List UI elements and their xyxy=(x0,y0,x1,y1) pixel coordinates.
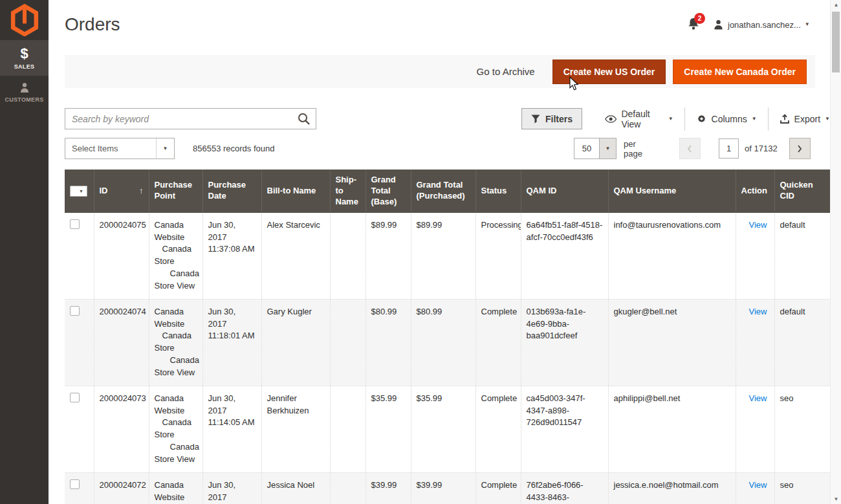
qam-id-cell: 013b693a-fa1e-4e69-9bba-baa901dcfeef xyxy=(521,299,608,386)
column-header-qam-username[interactable]: QAM Username xyxy=(608,170,736,213)
bill-to-name-cell: Gary Kugler xyxy=(261,299,330,386)
ship-to-name-cell xyxy=(330,472,366,504)
qam-username-cell: gkugler@bell.net xyxy=(608,299,736,386)
chevron-right-icon xyxy=(796,144,803,153)
row-checkbox[interactable] xyxy=(70,393,80,402)
mass-action-label: Select Items xyxy=(65,144,156,153)
create-new-us-order-button[interactable]: Create New US Order xyxy=(552,60,666,84)
current-page-input[interactable] xyxy=(719,138,739,159)
sidebar-item-label: SALES xyxy=(14,63,35,70)
grid-view-toolbar: Filters Default View ▼ Columns ▼ xyxy=(521,107,841,130)
view-order-link[interactable]: View xyxy=(741,220,767,230)
column-header-id[interactable]: ID ↑ xyxy=(94,170,149,213)
per-page-select[interactable]: 50 ▼ xyxy=(574,138,617,159)
table-row: 2000024075Canada WebsiteCanada StoreCana… xyxy=(65,213,830,300)
per-page-label: per page xyxy=(624,139,655,159)
view-selector-label: Default View xyxy=(621,109,663,129)
row-select-cell xyxy=(65,299,94,386)
view-order-link[interactable]: View xyxy=(741,307,767,316)
order-id-cell: 2000024075 xyxy=(94,213,149,300)
username-label: jonathan.sanchez... xyxy=(728,20,801,30)
select-all-checkbox[interactable]: ▼ xyxy=(70,186,87,197)
bill-to-name-cell: Alex Starcevic xyxy=(261,213,330,300)
purchase-point-cell: Canada WebsiteCanada StoreCanada Store V… xyxy=(149,213,202,300)
view-order-link[interactable]: View xyxy=(741,480,767,490)
magento-logo-icon[interactable] xyxy=(0,0,49,40)
quicken-cid-cell: default xyxy=(774,213,830,300)
header-actions: 2 jonathan.sanchez... ▼ xyxy=(687,17,810,32)
purchase-date-line: 11:37:08 AM xyxy=(208,243,256,256)
column-header-bill-to-name[interactable]: Bill-to Name xyxy=(261,170,330,213)
purchase-point-line: Canada Website xyxy=(155,306,197,331)
next-page-button[interactable] xyxy=(789,138,811,159)
view-selector[interactable]: Default View ▼ xyxy=(594,108,684,129)
grand-total-purchased-cell: $39.99 xyxy=(411,472,475,504)
table-row: 2000024074Canada WebsiteCanada StoreCana… xyxy=(65,299,830,386)
purchase-point-line: Canada Website xyxy=(155,479,197,504)
user-icon xyxy=(713,19,724,30)
records-found-label: 856553 records found xyxy=(193,144,274,153)
action-cell: View xyxy=(736,213,774,300)
scrollbar-up-icon[interactable]: ▲ xyxy=(831,0,841,10)
column-header-action[interactable]: Action xyxy=(736,170,774,213)
mass-action-select[interactable]: Select Items ▼ xyxy=(65,138,175,159)
purchase-point-cell: Canada WebsiteCanada StoreCanada Store V… xyxy=(149,386,202,472)
pagination-controls: 50 ▼ per page of 17132 xyxy=(574,138,811,159)
purchase-date-cell: Jun 30, 201711:14:05 AM xyxy=(202,386,261,472)
column-header-grand-total-base[interactable]: Grand Total (Base) xyxy=(366,170,411,213)
notifications-button[interactable]: 2 xyxy=(687,17,704,32)
view-order-link[interactable]: View xyxy=(741,393,767,403)
go-to-archive-link[interactable]: Go to Archive xyxy=(477,66,535,77)
grand-total-purchased-cell: $89.99 xyxy=(411,213,475,300)
bill-to-name-cell: Jessica Noel xyxy=(261,472,330,504)
admin-user-menu[interactable]: jonathan.sanchez... ▼ xyxy=(713,19,810,30)
search-input[interactable] xyxy=(65,108,316,129)
previous-page-button[interactable] xyxy=(679,138,701,159)
column-header-purchase-date[interactable]: Purchase Date xyxy=(202,170,261,213)
vertical-scrollbar[interactable]: ▲ ▼ xyxy=(830,0,841,504)
per-page-value: 50 xyxy=(574,138,599,159)
table-row: 2000024072Canada WebsiteCanada StoreCana… xyxy=(65,472,830,504)
column-header-purchase-point[interactable]: Purchase Point xyxy=(149,170,202,213)
orders-page: $ SALES CUSTOMERS Orders 2 xyxy=(0,0,841,504)
column-header-status[interactable]: Status xyxy=(475,170,521,213)
column-header-grand-total-purchased[interactable]: Grand Total (Purchased) xyxy=(411,170,475,213)
orders-table: ▼ ID ↑ Purchase Point Purchase Date Bill… xyxy=(65,170,831,504)
bill-to-name-cell: Jennifer Berkhuizen xyxy=(261,386,330,472)
purchase-date-line: 11:14:05 AM xyxy=(208,417,256,429)
purchase-date-line: 11:18:01 AM xyxy=(208,330,256,342)
purchase-date-line: Jun 30, 2017 xyxy=(208,219,256,244)
row-checkbox[interactable] xyxy=(70,479,80,489)
sidebar-item-label: CUSTOMERS xyxy=(5,96,43,103)
column-header-quicken-cid[interactable]: Quicken CID xyxy=(774,170,830,213)
purchase-date-line: Jun 30, 2017 xyxy=(208,479,256,504)
create-new-canada-order-button[interactable]: Create New Canada Order xyxy=(673,60,807,84)
row-checkbox[interactable] xyxy=(70,219,80,229)
status-cell: Processing xyxy=(475,213,521,300)
filters-button[interactable]: Filters xyxy=(521,108,582,129)
status-cell: Complete xyxy=(475,386,521,472)
grand-total-base-cell: $80.99 xyxy=(366,299,411,386)
search-icon xyxy=(297,112,311,126)
sidebar-item-sales[interactable]: $ SALES xyxy=(0,40,49,76)
quicken-cid-cell: seo xyxy=(774,472,830,504)
sidebar: $ SALES CUSTOMERS xyxy=(0,0,49,504)
purchase-date-cell: Jun 30, 201711:18:01 AM xyxy=(202,299,261,386)
qam-username-cell: jessica.e.noel@hotmail.com xyxy=(608,472,736,504)
select-all-header: ▼ xyxy=(65,170,94,213)
row-checkbox[interactable] xyxy=(70,306,80,316)
sidebar-item-customers[interactable]: CUSTOMERS xyxy=(0,76,49,109)
purchase-point-line: Canada Store View xyxy=(155,355,197,379)
row-select-cell xyxy=(65,386,94,472)
table-row: 2000024073Canada WebsiteCanada StoreCana… xyxy=(65,386,830,472)
qam-id-cell: ca45d003-347f-4347-a898-726d9d011547 xyxy=(521,386,608,472)
column-header-ship-to-name[interactable]: Ship-to Name xyxy=(330,170,366,213)
grand-total-purchased-cell: $35.99 xyxy=(411,386,475,472)
scrollbar-down-icon[interactable]: ▼ xyxy=(831,494,841,504)
export-control-label: Export xyxy=(794,114,820,124)
scrollbar-thumb[interactable] xyxy=(832,12,840,72)
search-submit-button[interactable] xyxy=(297,111,312,127)
column-header-qam-id[interactable]: QAM ID xyxy=(521,170,608,213)
columns-control[interactable]: Columns ▼ xyxy=(685,108,768,129)
purchase-point-cell: Canada WebsiteCanada StoreCanada Store V… xyxy=(149,472,202,504)
